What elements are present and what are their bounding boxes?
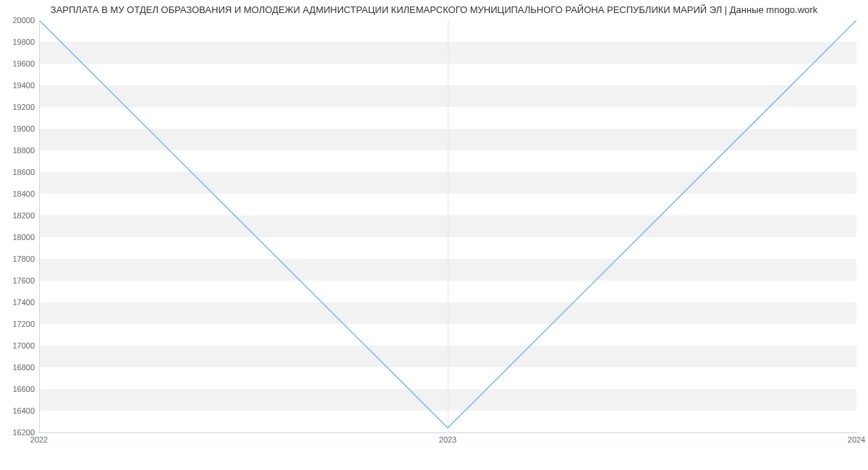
line-series bbox=[39, 20, 856, 432]
y-tick-label: 19000 bbox=[3, 124, 35, 133]
y-tick-label: 19600 bbox=[3, 59, 35, 68]
y-tick-label: 18000 bbox=[3, 233, 35, 242]
y-tick-label: 20000 bbox=[3, 16, 35, 25]
y-tick-label: 18800 bbox=[3, 146, 35, 155]
y-tick-label: 16600 bbox=[3, 385, 35, 393]
y-tick-label: 19800 bbox=[3, 38, 35, 46]
y-tick-label: 17600 bbox=[3, 276, 35, 285]
y-tick-label: 19400 bbox=[3, 81, 35, 90]
y-tick-label: 18200 bbox=[3, 211, 35, 220]
y-tick-label: 17400 bbox=[3, 298, 35, 307]
y-tick-label: 16800 bbox=[3, 363, 35, 372]
y-tick-label: 17000 bbox=[3, 341, 35, 350]
x-tick-label: 2023 bbox=[439, 435, 456, 444]
chart-title: ЗАРПЛАТА В МУ ОТДЕЛ ОБРАЗОВАНИЯ И МОЛОДЕ… bbox=[0, 0, 868, 15]
y-tick-label: 17200 bbox=[3, 320, 35, 328]
y-tick-label: 19200 bbox=[3, 103, 35, 111]
x-tick-label: 2022 bbox=[30, 435, 48, 444]
x-axis-line bbox=[39, 432, 856, 433]
y-tick-label: 17800 bbox=[3, 255, 35, 263]
y-axis-line bbox=[39, 20, 40, 432]
y-tick-label: 18600 bbox=[3, 168, 35, 176]
y-tick-label: 16400 bbox=[3, 406, 35, 415]
y-tick-label: 18400 bbox=[3, 189, 35, 198]
chart-plot-area bbox=[39, 20, 856, 440]
x-tick-label: 2024 bbox=[848, 435, 865, 444]
